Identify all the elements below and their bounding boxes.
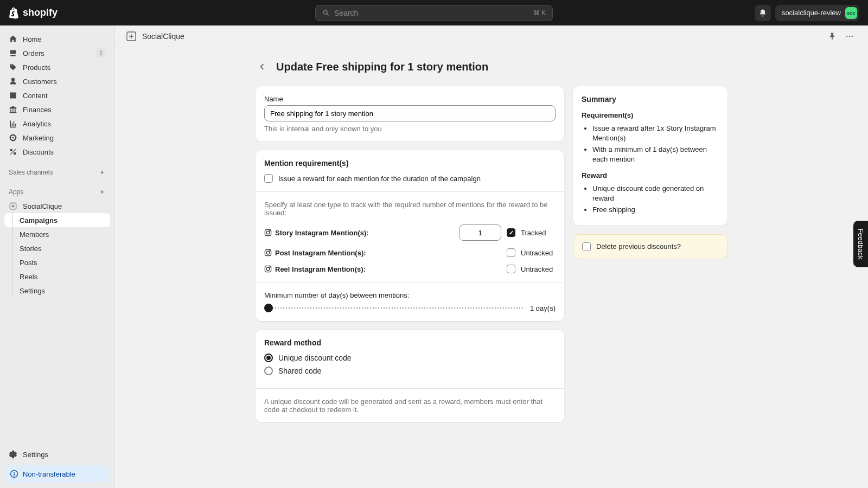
instagram-icon	[264, 265, 272, 273]
sidebar-sub-campaigns[interactable]: Campaigns	[4, 213, 110, 227]
page-title: Update Free shipping for 1 story mention	[276, 61, 488, 73]
sidebar-item-label: Discounts	[23, 148, 54, 156]
mention-row-story: Story Instagram Mention(s): Tracked	[264, 224, 556, 241]
delete-discounts-checkbox[interactable]	[582, 242, 591, 251]
sidebar-app-socialclique[interactable]: SocialClique	[4, 199, 110, 213]
avatar: soc	[845, 7, 857, 19]
post-tracked-checkbox[interactable]	[507, 248, 515, 257]
search-placeholder: Search	[334, 9, 358, 17]
story-track-label: Tracked	[521, 229, 556, 237]
sidebar-item-label: Marketing	[23, 134, 54, 142]
sidebar-item-label: SocialClique	[23, 202, 62, 210]
sidebar-item-analytics[interactable]: Analytics	[4, 117, 110, 131]
sidebar-item-finances[interactable]: Finances	[4, 102, 110, 117]
sidebar-item-products[interactable]: Products	[4, 60, 110, 74]
info-icon	[10, 470, 18, 478]
section-label: Apps	[9, 188, 23, 196]
chart-icon	[9, 119, 17, 128]
back-button[interactable]	[256, 60, 269, 73]
sidebar-item-customers[interactable]: Customers	[4, 74, 110, 88]
svg-point-11	[270, 251, 270, 251]
search-shortcut: ⌘ K	[533, 9, 546, 17]
specify-help: Specify at least one type to track with …	[264, 201, 556, 217]
orders-badge: 1	[96, 48, 106, 58]
bank-icon	[9, 105, 17, 114]
shopify-logo[interactable]: shopify	[9, 7, 58, 19]
app-icon	[126, 31, 137, 42]
person-icon	[9, 77, 17, 86]
apps-header[interactable]: Apps	[4, 186, 110, 198]
store-switcher[interactable]: socialclique-review soc	[775, 5, 859, 21]
chevron-right-icon	[99, 189, 106, 195]
sidebar-item-label: Home	[23, 35, 42, 43]
min-days-slider[interactable]	[264, 304, 524, 312]
svg-point-10	[266, 251, 270, 254]
name-card: Name This is internal and only known to …	[256, 86, 564, 142]
summary-req-title: Requirement(s)	[582, 111, 719, 119]
main-content: SocialClique Update Free shipping for 1 …	[115, 25, 868, 488]
summary-reward-title: Reward	[582, 171, 719, 179]
sidebar-item-content[interactable]: Content	[4, 88, 110, 102]
svg-point-7	[266, 231, 270, 234]
sidebar-item-marketing[interactable]: Marketing	[4, 131, 110, 145]
sales-channels-header[interactable]: Sales channels	[4, 166, 110, 178]
delete-discounts-label: Delete previous discounts?	[596, 242, 681, 251]
sidebar-item-discounts[interactable]: Discounts	[4, 145, 110, 159]
page-header: SocialClique	[115, 25, 868, 47]
issue-each-label: Issue a reward for each mention for the …	[278, 175, 481, 183]
sidebar-settings[interactable]: Settings	[4, 447, 110, 462]
sidebar-sub-stories[interactable]: Stories	[4, 241, 110, 255]
more-button[interactable]	[842, 29, 857, 44]
dots-icon	[845, 32, 854, 41]
reel-tracked-checkbox[interactable]	[507, 265, 515, 273]
arrow-left-icon	[257, 62, 267, 72]
sidebar-sub-reels[interactable]: Reels	[4, 269, 110, 284]
sidebar-item-label: Analytics	[23, 120, 51, 128]
notifications-button[interactable]	[755, 5, 771, 21]
sidebar-item-home[interactable]: Home	[4, 32, 110, 46]
sidebar-item-label: Customers	[23, 78, 57, 86]
story-count-input[interactable]	[459, 224, 501, 241]
name-help: This is internal and only known to you	[264, 125, 556, 133]
sidebar-item-label: Products	[23, 63, 50, 72]
reward-help: A unique discount code will be generated…	[264, 397, 556, 414]
svg-point-3	[846, 35, 847, 36]
pin-icon	[828, 32, 837, 41]
name-input[interactable]	[264, 105, 556, 121]
radio-input[interactable]	[264, 354, 273, 362]
radio-input[interactable]	[264, 367, 273, 375]
issue-each-checkbox[interactable]	[264, 174, 273, 183]
nontransferable-badge[interactable]: Non-transferable	[4, 465, 110, 483]
reward-method-card: Reward method Unique discount code Share…	[256, 330, 564, 422]
reel-track-label: Untracked	[521, 265, 556, 273]
sidebar-sub-members[interactable]: Members	[4, 227, 110, 241]
sidebar-sub-posts[interactable]: Posts	[4, 255, 110, 269]
mention-requirements-card: Mention requirement(s) Issue a reward fo…	[256, 150, 564, 321]
mention-row-reel: Reel Instagram Mention(s): Untracked	[264, 265, 556, 273]
logo-text: shopify	[23, 7, 58, 18]
svg-point-5	[852, 35, 853, 36]
sidebar-item-label: Content	[23, 92, 48, 100]
sidebar-item-label: Orders	[23, 49, 44, 57]
summary-card: Summary Requirement(s) Issue a reward af…	[573, 86, 727, 226]
inbox-icon	[9, 49, 17, 57]
reward-method-title: Reward method	[264, 338, 556, 347]
list-item: Unique discount code generated on reward	[592, 184, 719, 203]
post-track-label: Untracked	[521, 249, 556, 257]
story-tracked-checkbox[interactable]	[507, 228, 515, 237]
instagram-icon	[264, 249, 272, 256]
radio-unique-code[interactable]: Unique discount code	[264, 354, 556, 362]
radio-shared-code[interactable]: Shared code	[264, 367, 556, 375]
svg-point-13	[266, 267, 270, 271]
percent-icon	[9, 147, 17, 156]
list-item: With a minimum of 1 day(s) between each …	[592, 145, 719, 164]
sidebar-sub-settings[interactable]: Settings	[4, 284, 110, 298]
pin-button[interactable]	[825, 29, 840, 44]
slider-thumb[interactable]	[264, 304, 273, 312]
sidebar-item-orders[interactable]: Orders1	[4, 46, 110, 60]
app-name: SocialClique	[142, 32, 184, 41]
search-input[interactable]: Search ⌘ K	[315, 5, 553, 21]
image-icon	[9, 91, 17, 100]
feedback-tab[interactable]: Feedback	[853, 221, 868, 267]
bell-icon	[758, 9, 767, 17]
